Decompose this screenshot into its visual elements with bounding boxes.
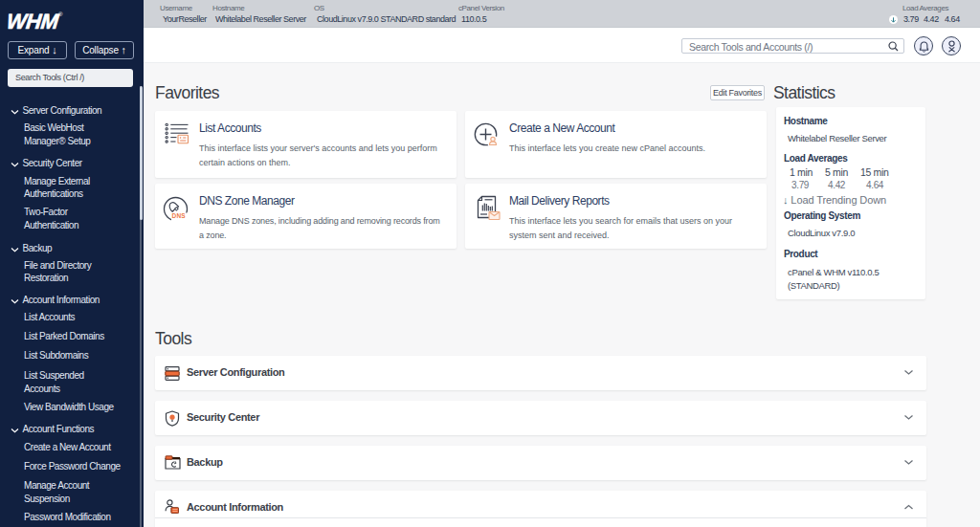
svg-text:DNS: DNS	[172, 212, 187, 219]
